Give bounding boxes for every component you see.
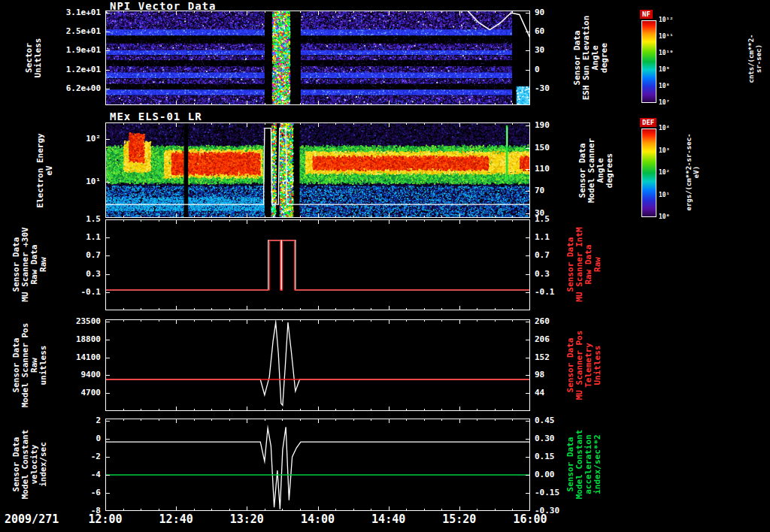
y-tick-label: 10¹ [44,177,101,186]
colorbar-tick-label: 10¹ [659,192,669,198]
y-tick-label: 10² [44,135,101,144]
time-tick-label: 16:00 [504,513,556,525]
colorbar-tick-label: 10³ [659,148,669,154]
colorbar-tick-label: 10⁹ [659,67,669,73]
time-tick-label: 12:00 [79,513,132,525]
els-title: MEx ELS-01 LR [110,111,202,122]
def-colorbar-tag: DEF [640,118,656,127]
colorbar-tick-label: 10⁸ [659,83,669,89]
right-tick-label: 1.1 [535,233,580,242]
y-tick-label: -4 [44,470,101,479]
y-tick-label: 1.1 [44,233,101,242]
nf-colorbar [641,20,656,103]
right-tick-label: 190 [535,121,580,130]
colorbar-tick-label: 10¹⁰ [659,50,673,56]
right-tick-label: 90 [535,8,580,17]
right-tick-label: 0.00 [535,470,580,479]
right-tick-label: -0.15 [535,488,580,497]
y-tick-label: 14100 [44,353,101,362]
right-tick-label: 206 [535,335,580,344]
right-tick-label: 0.15 [535,452,580,461]
scanner-pos-canvas [105,319,530,411]
right-tick-label: 70 [535,186,580,195]
right-tick-label: 30 [535,46,580,55]
y-tick-label: 0.7 [44,251,101,260]
y-tick-label: 2 [44,416,101,425]
right-tick-label: 44 [535,388,580,397]
colorbar-tick-label: 10⁴ [659,125,669,131]
right-tick-label: 1.5 [535,215,580,224]
def-colorbar [641,128,656,217]
colorbar-tick-label: 10¹² [659,17,673,23]
right-tick-label: 98 [535,370,580,379]
right-tick-label: 0.7 [535,251,580,260]
time-tick-label: 14:40 [362,513,415,525]
mu-scanner-30v-canvas [105,219,530,310]
colorbar-tick-label: 10⁰ [659,214,669,220]
right-tick-label: -30 [535,84,580,93]
right-tick-label: 60 [535,27,580,36]
npi-y-axis-label: Sector Unitless [25,38,43,78]
y-tick-label: 1.9e+01 [44,46,101,55]
right-tick-label: 152 [535,353,580,362]
y-tick-label: 1.2e+01 [44,65,101,74]
nf-colorbar-units-label: cnts/(cm**2-sr-sec) [747,34,762,83]
y-tick-label: 6.2e+00 [44,84,101,93]
els-y-axis-label: Electron Energy eV [36,133,54,207]
right-tick-label: 110 [535,165,580,174]
y-tick-label: 0 [44,434,101,443]
right-tick-label: 0.3 [535,270,580,279]
y-tick-label: 0.3 [44,270,101,279]
time-tick-label: 13:20 [220,513,273,525]
npi-spectrogram-canvas [105,11,530,105]
y-tick-label: 4700 [44,388,101,397]
right-tick-label: 0 [535,65,580,74]
y-tick-label: 1.5 [44,215,101,224]
els-spectrogram-canvas [105,122,530,218]
nf-colorbar-tag: NF [640,10,653,19]
model-constant-canvas [105,419,530,511]
y-tick-label: 18800 [44,335,101,344]
colorbar-tick-label: 10⁷ [659,100,669,106]
time-tick-label: 15:20 [433,513,486,525]
y-tick-label: 3.1e+01 [44,8,101,17]
science-telemetry-plot: NPI Vector Data MEx ELS-01 LR Sector Uni… [0,0,770,532]
right-tick-label: 260 [535,317,580,326]
els-right-axis-label: Sensor Data Model Scanner Angle degrees [578,138,614,203]
y-tick-label: 2.5e+01 [44,27,101,36]
right-tick-label: -0.1 [535,288,580,297]
y-tick-label: 9400 [44,370,101,379]
time-tick-label: 14:00 [292,513,344,525]
y-tick-label: 23500 [44,317,101,326]
right-tick-label: 150 [535,144,580,153]
y-tick-label: -2 [44,452,101,461]
right-tick-label: 0.30 [535,434,580,443]
colorbar-tick-label: 10¹¹ [659,34,673,40]
p3-y-axis-label: Sensor Data MU Scanner +30V Raw Data Raw [12,227,48,301]
time-tick-label: 12:40 [150,513,202,525]
def-colorbar-units-label: ergs/(cm**2-sr-sec-eV) [685,134,700,211]
colorbar-tick-label: 10² [659,170,669,176]
y-tick-label: -6 [44,488,101,497]
right-tick-label: 0.45 [535,416,580,425]
npi-title: NPI Vector Data [110,1,216,11]
y-tick-label: -0.1 [44,288,101,297]
p4-y-axis-label: Sensor Data Model Scanner Pos Raw unitle… [12,323,48,408]
p5-y-axis-label: Sensor Data Model Constant velocity inde… [12,430,48,500]
